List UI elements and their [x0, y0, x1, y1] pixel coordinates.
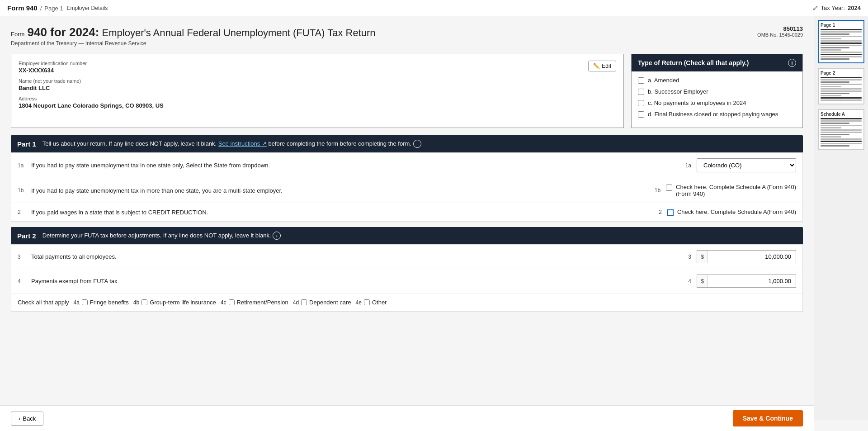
- form-title-text: Employer's Annual Federal Unemployment (…: [102, 27, 376, 38]
- page-2-thumb-label: Page 2: [821, 71, 862, 76]
- checkbox-4c[interactable]: [229, 299, 235, 305]
- row-1b: 1b If you had to pay state unemployment …: [11, 178, 802, 203]
- row-1a-num: 1a: [18, 162, 31, 169]
- thumb-line: [821, 45, 862, 46]
- row-4: 4 Payments exempt from FUTA tax 4 $: [11, 269, 802, 294]
- page-1-thumb[interactable]: Page 1: [818, 20, 864, 63]
- check-all-label: Check all that apply: [18, 299, 69, 306]
- checkbox-4a[interactable]: [82, 299, 88, 305]
- part1-rows: 1a If you had to pay state unemployment …: [11, 152, 803, 222]
- thumb-line: [821, 99, 862, 101]
- header-sub-label: Employer Details: [67, 5, 108, 11]
- checkbox-final[interactable]: [638, 111, 644, 118]
- thumb-line: [821, 47, 849, 48]
- type-return-body: a. Amended b. Successor Employer c. No p…: [632, 71, 802, 128]
- save-continue-button[interactable]: Save & Continue: [733, 410, 803, 420]
- form-word-label: Form: [11, 31, 24, 38]
- row-3-value[interactable]: [708, 251, 796, 263]
- back-button[interactable]: ‹ Back: [11, 412, 43, 421]
- row-3-input: $: [697, 250, 796, 263]
- label-4d: Dependent care: [309, 299, 351, 306]
- thumb-line: [821, 123, 849, 124]
- check-4e-id: 4e: [356, 299, 362, 306]
- thumb-line: [821, 88, 862, 90]
- address-label: Address: [19, 96, 616, 101]
- schedule-a-thumb[interactable]: Schedule A: [818, 109, 864, 150]
- thumb-line: [821, 79, 862, 81]
- type-return-option-c: c. No payments to employees in 2024: [638, 99, 796, 106]
- type-return-info-icon[interactable]: i: [788, 59, 796, 67]
- form-main-title: Form 940 for 2024: Employer's Annual Fed…: [11, 25, 376, 39]
- thumb-line: [821, 95, 841, 96]
- checkbox-1b[interactable]: [666, 185, 672, 191]
- thumb-line: [821, 129, 862, 131]
- dollar-sign-3: $: [697, 251, 708, 263]
- part1-info-icon[interactable]: i: [413, 140, 421, 148]
- part2-info-icon[interactable]: i: [273, 232, 281, 240]
- row-2-input: Check here. Complete Schedule A(Form 940…: [667, 208, 796, 216]
- edit-button[interactable]: ✏️ Edit: [588, 61, 616, 71]
- edit-button-label: Edit: [602, 63, 611, 69]
- employer-address: 1804 Neuport Lane Colorado Springs, CO 8…: [19, 102, 616, 109]
- thumb-line: [821, 118, 862, 119]
- thumb-line: [821, 132, 862, 133]
- row-2-check-label: Check here. Complete Schedule A(Form 940…: [667, 208, 796, 216]
- label-4c: Retirement/Pension: [237, 299, 288, 306]
- row-2: 2 If you paid wages in a state that is s…: [11, 203, 802, 221]
- omb-area: 850113 OMB No. 1545-0029: [757, 25, 803, 38]
- thumb-line: [821, 134, 849, 135]
- checkbox-successor[interactable]: [638, 89, 644, 95]
- check-item-4e: 4e Other: [356, 299, 387, 306]
- thumb-line: [821, 86, 841, 87]
- checkbox-4b[interactable]: [142, 299, 147, 305]
- save-button-label: Save & Continue: [743, 415, 793, 420]
- label-4a: Fringe benefits: [90, 299, 129, 306]
- thumb-line: [821, 90, 862, 92]
- thumb-line: [821, 84, 862, 85]
- ein-group: Employer identification number XX-XXXX63…: [19, 61, 87, 78]
- checkbox-4e[interactable]: [364, 299, 370, 305]
- row-4-value[interactable]: [708, 275, 796, 287]
- back-button-label: Back: [23, 415, 36, 421]
- thumb-line: [821, 77, 862, 78]
- form-year-label: 940 for 2024:: [27, 25, 99, 39]
- label-no-payments: c. No payments to employees in 2024: [648, 99, 746, 106]
- thumb-line: [821, 40, 862, 42]
- main-layout: Form 940 for 2024: Employer's Annual Fed…: [0, 16, 868, 420]
- thumb-line: [821, 125, 862, 126]
- check-item-4b: 4b Group-term life insurance: [133, 299, 216, 306]
- part1-instructions-link[interactable]: See instructions ↗: [218, 140, 267, 147]
- thumb-line: [821, 138, 862, 140]
- header-right: ⤢ Tax Year: 2024: [812, 4, 861, 12]
- label-successor: b. Successor Employer: [648, 88, 708, 95]
- row-2-desc: If you paid wages in a state that is sub…: [31, 209, 644, 216]
- checkbox-amended[interactable]: [638, 77, 644, 84]
- row-1a-desc: If you had to pay state unemployment tax…: [31, 162, 673, 169]
- part1-section: Part 1 Tell us about your return. If any…: [11, 135, 803, 222]
- tax-year-value: 2024: [848, 5, 861, 11]
- label-final: d. Final:Business closed or stopped payi…: [648, 111, 778, 118]
- checkbox-no-payments[interactable]: [638, 100, 644, 106]
- row-4-ref: 4: [673, 278, 691, 284]
- state-dropdown[interactable]: Colorado (CO): [697, 158, 796, 172]
- thumb-line: [821, 49, 841, 51]
- part1-text: Tell us about your return. If any line d…: [42, 140, 421, 148]
- employer-name: Bandit LLC: [19, 85, 616, 91]
- page-2-thumb[interactable]: Page 2: [818, 68, 864, 104]
- name-label: Name (not your trade name): [19, 78, 616, 84]
- row-3: 3 Total payments to all employees. 3 $: [11, 245, 802, 269]
- check-item-4c: 4c Retirement/Pension: [221, 299, 288, 306]
- check-4c-id: 4c: [221, 299, 226, 306]
- form-subtitle: Department of the Treasury — Internal Re…: [11, 40, 376, 47]
- main-content: Form 940 for 2024: Employer's Annual Fed…: [0, 16, 814, 420]
- row-4-dollar: $: [697, 275, 796, 288]
- thumb-line: [821, 136, 841, 137]
- row-2-num: 2: [18, 209, 31, 215]
- ein-label: Employer identification number: [19, 61, 87, 66]
- collapse-icon[interactable]: ⤢: [812, 4, 818, 12]
- checkbox-2-blue[interactable]: [667, 209, 674, 216]
- part2-section: Part 2 Determine your FUTA tax before ad…: [11, 227, 803, 312]
- checkbox-4d[interactable]: [301, 299, 307, 305]
- thumb-line: [821, 33, 849, 35]
- thumb-line: [821, 97, 862, 99]
